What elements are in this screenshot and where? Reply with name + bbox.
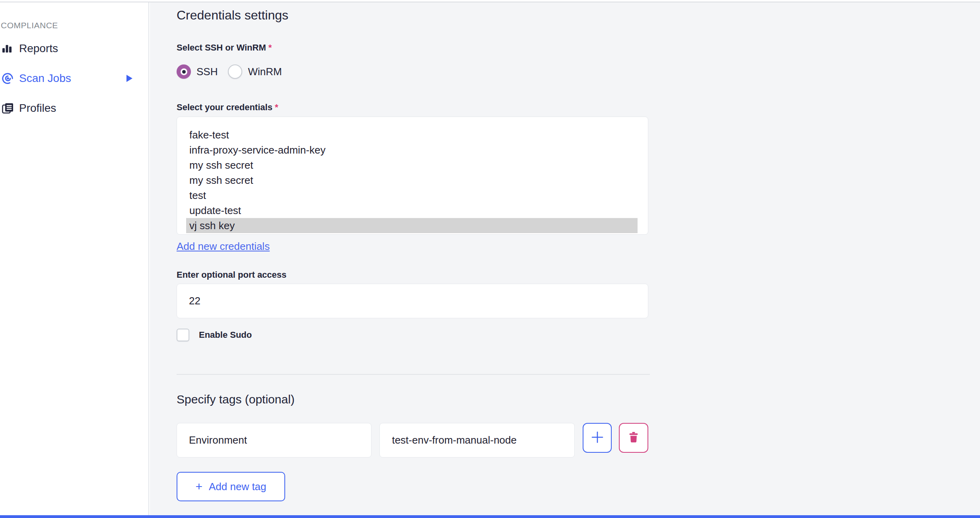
bottom-accent-bar bbox=[0, 515, 980, 518]
plus-icon: + bbox=[195, 481, 202, 493]
main-panel: Credentials settings Select SSH or WinRM… bbox=[150, 2, 980, 515]
radio-winrm-unselected[interactable] bbox=[228, 64, 242, 79]
section-divider bbox=[177, 374, 650, 375]
credential-option[interactable]: fake-test bbox=[186, 127, 638, 142]
add-tag-row-button[interactable] bbox=[583, 423, 612, 453]
enable-sudo-label[interactable]: Enable Sudo bbox=[199, 330, 252, 340]
radio-option-ssh[interactable]: SSH bbox=[177, 64, 218, 79]
page-title: Credentials settings bbox=[177, 6, 648, 24]
port-input[interactable] bbox=[177, 284, 648, 318]
required-marker: * bbox=[275, 102, 278, 112]
credential-option[interactable]: test bbox=[186, 188, 638, 203]
tag-key-input[interactable] bbox=[177, 423, 371, 458]
sidebar-item-profiles[interactable]: Profiles bbox=[0, 93, 148, 123]
sidebar-nav-list: Reports Scan Jobs bbox=[0, 33, 148, 123]
credential-option-selected[interactable]: vj ssh key bbox=[186, 218, 638, 233]
add-new-tag-button[interactable]: + Add new tag bbox=[177, 472, 285, 501]
sidebar-section-label: COMPLIANCE bbox=[0, 21, 148, 30]
trash-icon bbox=[627, 430, 640, 445]
sidebar-item-scan-jobs[interactable]: Scan Jobs bbox=[0, 63, 148, 93]
sudo-checkbox-row: Enable Sudo bbox=[177, 328, 648, 342]
protocol-field-label: Select SSH or WinRM * bbox=[177, 42, 648, 53]
radio-ssh-selected[interactable] bbox=[177, 64, 191, 79]
radio-option-winrm[interactable]: WinRM bbox=[228, 64, 282, 79]
sidebar-item-label: Reports bbox=[19, 42, 58, 55]
sidebar-item-label: Profiles bbox=[19, 102, 56, 115]
enable-sudo-checkbox[interactable] bbox=[177, 329, 189, 341]
sidebar-item-reports[interactable]: Reports bbox=[0, 33, 148, 63]
plus-icon bbox=[591, 430, 604, 445]
port-field-label: Enter optional port access bbox=[177, 269, 648, 280]
credentials-field-label: Select your credentials * bbox=[177, 102, 648, 113]
add-new-credentials-link[interactable]: Add new credentials bbox=[177, 240, 270, 253]
add-new-tag-label: Add new tag bbox=[209, 481, 266, 493]
profiles-documents-icon bbox=[2, 102, 19, 115]
tag-row bbox=[177, 423, 648, 458]
radio-label-winrm[interactable]: WinRM bbox=[248, 66, 282, 78]
delete-tag-row-button[interactable] bbox=[619, 423, 648, 453]
sidebar: COMPLIANCE Reports Scan Jobs bbox=[0, 2, 149, 515]
protocol-radio-group: SSH WinRM bbox=[177, 64, 648, 80]
required-marker: * bbox=[268, 43, 272, 53]
credentials-listbox[interactable]: fake-test infra-proxy-service-admin-key … bbox=[177, 117, 648, 235]
credential-option[interactable]: my ssh secret bbox=[186, 158, 638, 173]
sidebar-item-label: Scan Jobs bbox=[19, 72, 71, 85]
scan-jobs-broadcast-icon bbox=[2, 72, 19, 85]
tag-value-input[interactable] bbox=[379, 423, 574, 458]
radio-label-ssh[interactable]: SSH bbox=[196, 66, 218, 78]
tags-section-title: Specify tags (optional) bbox=[177, 391, 648, 407]
credential-option[interactable]: infra-proxy-service-admin-key bbox=[186, 142, 638, 158]
credential-option[interactable]: my ssh secret bbox=[186, 173, 638, 188]
submenu-arrow-icon[interactable] bbox=[126, 75, 132, 82]
credential-option[interactable]: update-test bbox=[186, 203, 638, 218]
reports-bar-chart-icon bbox=[2, 43, 19, 55]
